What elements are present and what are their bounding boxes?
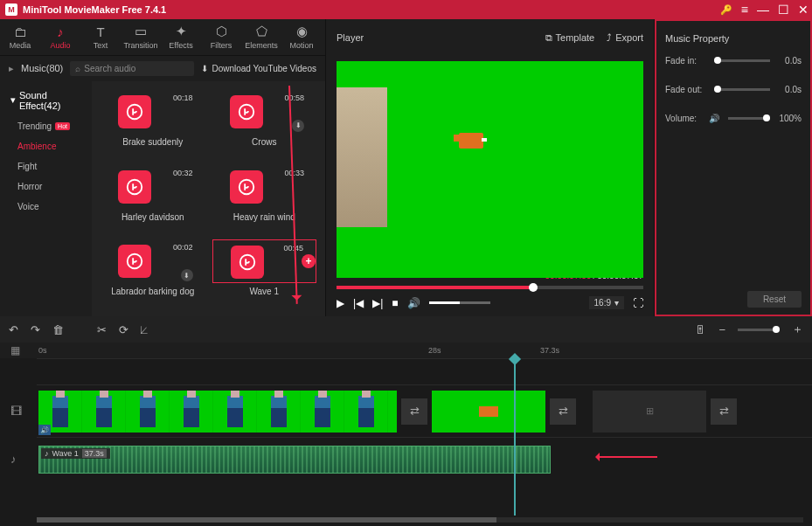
audio-clip[interactable]: ♪ Wave 1 37.3s <box>38 446 551 474</box>
aspect-ratio-select[interactable]: 16:9▾ <box>589 296 624 309</box>
tab-motion[interactable]: ◉Motion <box>281 19 322 55</box>
audio-track-icon: ♪ <box>10 453 17 466</box>
tab-text[interactable]: TText <box>80 19 121 55</box>
audio-thumb-icon <box>118 170 151 204</box>
transition-icon: ▭ <box>135 24 147 39</box>
folder-icon: 🗀 <box>14 24 27 39</box>
audio-duration: 00:33 <box>284 169 304 177</box>
audio-card[interactable]: 00:58 ⬇ Crows <box>212 90 317 158</box>
redo-button[interactable]: ↷ <box>31 323 40 336</box>
tab-filters[interactable]: ⬡Filters <box>201 19 241 55</box>
download-youtube-link[interactable]: ⬇ Download YouTube Videos <box>201 64 316 73</box>
prev-frame-button[interactable]: |◀ <box>353 297 364 309</box>
audio-duration: 00:32 <box>173 169 193 177</box>
timeline-ruler[interactable]: ▦ 0s 28s 37.3s <box>0 343 812 358</box>
speaker-icon[interactable]: 🔊 <box>709 114 719 123</box>
subcategory-horror[interactable]: Horror <box>0 176 92 197</box>
export-button[interactable]: ⤴Export <box>607 32 643 43</box>
zoom-in-button[interactable]: ＋ <box>792 322 803 337</box>
video-clip-2[interactable]: 🔊 <box>432 391 545 433</box>
audio-toggle-icon[interactable]: 🎚 <box>695 323 706 336</box>
player-volume-slider[interactable] <box>429 301 490 304</box>
audio-label: Crows <box>252 137 276 147</box>
subcategory-voice[interactable]: Voice <box>0 197 92 217</box>
audio-track-row[interactable]: ♪ ♪ Wave 1 37.3s <box>37 437 812 481</box>
audio-thumb-icon <box>118 245 151 278</box>
subcategory-fight[interactable]: Fight <box>0 156 92 176</box>
player-title: Player <box>337 32 533 43</box>
search-input[interactable]: ⌕ Search audio <box>70 61 194 76</box>
fade-in-slider[interactable] <box>714 59 770 62</box>
player-viewport[interactable] <box>337 61 643 278</box>
crop-button[interactable]: ⟀ <box>141 323 148 336</box>
music-category-label[interactable]: Music(80) <box>21 63 63 73</box>
app-title: MiniTool MovieMaker Free 7.4.1 <box>23 4 166 15</box>
close-button[interactable]: ✕ <box>798 3 809 17</box>
play-button[interactable]: ▶ <box>337 297 344 309</box>
toolbar-tabs: 🗀Media ♪Audio TText ▭Transition ✦Effects… <box>0 19 325 56</box>
speed-button[interactable]: ⟳ <box>119 323 128 336</box>
tab-elements[interactable]: ⬠Elements <box>241 19 281 55</box>
download-item-icon[interactable]: ⬇ <box>181 269 193 281</box>
seek-knob[interactable] <box>529 283 538 292</box>
key-icon[interactable]: 🔑 <box>720 4 732 16</box>
reset-button[interactable]: Reset <box>747 291 802 308</box>
chevron-down-icon: ▾ <box>614 298 619 308</box>
download-icon: ⬇ <box>201 64 208 73</box>
fullscreen-button[interactable]: ⛶ <box>633 297 643 309</box>
audio-duration: 00:02 <box>173 243 193 252</box>
audio-card[interactable]: 00:02 ⬇ Labrador barking dog <box>101 239 205 308</box>
timeline-head-icon[interactable]: ▦ <box>10 344 20 356</box>
minimize-button[interactable]: — <box>757 3 769 17</box>
fade-in-row: Fade in: 0.0s <box>665 56 802 66</box>
audio-label: Harley davidson <box>121 212 184 222</box>
seek-bar[interactable] <box>337 286 643 289</box>
sound-effect-category[interactable]: ▾Sound Effect(42) <box>0 85 92 116</box>
next-frame-button[interactable]: ▶| <box>372 297 383 309</box>
audio-card-selected[interactable]: 00:45 + Wave 1 <box>212 239 317 308</box>
subcategory-ambience[interactable]: Ambience <box>0 136 92 156</box>
audio-label: Labrador barking dog <box>111 287 194 296</box>
chevron-down-icon: ▾ <box>10 94 16 106</box>
delete-button[interactable]: 🗑 <box>52 323 64 336</box>
undo-button[interactable]: ↶ <box>9 323 18 336</box>
chevron-right-icon[interactable]: ▸ <box>9 63 14 74</box>
add-to-timeline-button[interactable]: + <box>302 254 316 268</box>
fade-out-slider[interactable] <box>714 88 770 91</box>
volume-slider[interactable] <box>728 117 770 120</box>
transition-slot[interactable]: ⇄ <box>711 398 737 425</box>
video-clip-1[interactable] <box>38 391 397 433</box>
audio-duration: 00:58 <box>284 93 304 102</box>
tab-media[interactable]: 🗀Media <box>0 19 40 55</box>
audio-duration: 00:18 <box>173 93 193 102</box>
audio-card[interactable]: 00:32 Harley davidson <box>101 165 205 233</box>
transition-slot[interactable]: ⇄ <box>550 398 576 425</box>
tab-audio[interactable]: ♪Audio <box>40 19 80 55</box>
maximize-button[interactable]: ☐ <box>778 3 789 17</box>
elements-icon: ⬠ <box>256 24 267 39</box>
zoom-slider[interactable] <box>738 329 780 331</box>
subcategory-trending[interactable]: Trending Hot <box>0 116 92 136</box>
volume-icon[interactable]: 🔊 <box>407 297 420 309</box>
playhead[interactable] <box>514 358 516 516</box>
template-icon: ⧉ <box>545 32 552 44</box>
menu-icon[interactable]: ≡ <box>741 3 748 17</box>
download-item-icon[interactable]: ⬇ <box>292 120 304 132</box>
player-controls: 00:00:37:06 / 00:00:37:07 ▶ |◀ ▶| ■ 🔊 16… <box>326 283 654 316</box>
split-button[interactable]: ✂ <box>97 323 107 336</box>
audio-card[interactable]: 00:33 Heavy rain wind <box>212 165 317 233</box>
stop-button[interactable]: ■ <box>392 297 398 309</box>
transition-slot[interactable]: ⇄ <box>401 398 427 425</box>
template-button[interactable]: ⧉Template <box>545 32 595 44</box>
tab-effects[interactable]: ✦Effects <box>161 19 201 55</box>
search-icon: ⌕ <box>75 64 80 73</box>
fade-in-label: Fade in: <box>665 56 709 66</box>
empty-clip-slot[interactable]: ⊞ <box>593 391 706 433</box>
audio-duration: 00:45 <box>283 244 303 253</box>
timeline-scrollbar[interactable] <box>37 517 803 523</box>
video-track-row[interactable]: 🎞 ⇄ 🔊 ⇄ ⊞ ⇄ <box>37 384 812 437</box>
tab-transition[interactable]: ▭Transition <box>121 19 161 55</box>
audio-card[interactable]: 00:18 Brake suddenly <box>101 90 205 158</box>
zoom-out-button[interactable]: − <box>718 323 725 336</box>
export-icon: ⤴ <box>607 32 612 43</box>
